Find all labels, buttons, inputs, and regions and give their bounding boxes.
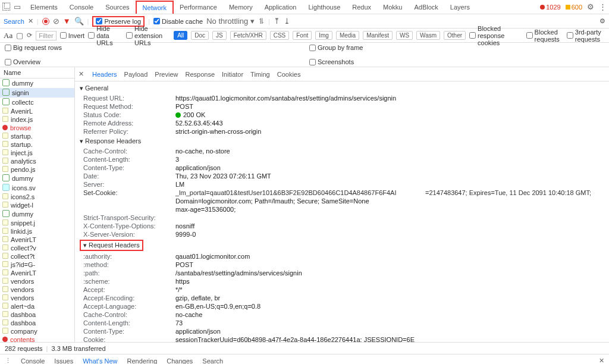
section-header[interactable]: ▾ Request Headers: [80, 240, 143, 251]
type-manifest[interactable]: Manifest: [363, 31, 393, 40]
third-party-checkbox[interactable]: 3rd-party requests: [567, 29, 605, 43]
tab-memory[interactable]: Memory: [223, 1, 259, 13]
drawer-menu-icon[interactable]: ⋮: [5, 357, 11, 364]
request-row[interactable]: startup.: [0, 140, 74, 149]
error-count[interactable]: 1029: [540, 4, 560, 11]
detail-tab-headers[interactable]: Headers: [92, 71, 117, 78]
preserve-log-checkbox[interactable]: Preserve log: [96, 18, 141, 25]
close-search-icon[interactable]: ✕: [28, 17, 33, 25]
request-row[interactable]: icons2.s: [0, 193, 74, 201]
tab-adblock[interactable]: AdBlock: [409, 1, 444, 13]
tab-mokku[interactable]: Mokku: [377, 1, 408, 13]
request-row[interactable]: dashboa: [0, 319, 74, 327]
request-row[interactable]: linkid.js: [0, 227, 74, 236]
filter-toggle-icon[interactable]: ▼: [63, 17, 71, 26]
more-icon[interactable]: ⋮: [599, 2, 607, 11]
drawer-tab-search[interactable]: Search: [202, 357, 223, 365]
tab-sources[interactable]: Sources: [99, 1, 135, 13]
request-row[interactable]: company: [0, 327, 74, 335]
group-by-frame-checkbox[interactable]: Group by frame: [309, 44, 604, 51]
request-row[interactable]: contents: [0, 335, 74, 342]
type-css[interactable]: CSS: [270, 31, 290, 40]
drawer-close-icon[interactable]: ✕: [599, 357, 604, 364]
match-case-icon[interactable]: Aa: [4, 31, 12, 40]
type-all[interactable]: All: [174, 31, 187, 40]
request-row[interactable]: collectc: [0, 98, 74, 107]
request-row[interactable]: snippet.j: [0, 219, 74, 227]
request-row[interactable]: dashboa: [0, 310, 74, 319]
drawer-tab-rendering[interactable]: Rendering: [127, 357, 158, 365]
drawer-tab-changes[interactable]: Changes: [167, 357, 193, 365]
drawer-tab-whatsnew[interactable]: What's New: [83, 357, 117, 365]
record-button[interactable]: [42, 18, 49, 25]
request-row[interactable]: AvenirLT: [0, 236, 74, 244]
search-button[interactable]: Search: [4, 18, 24, 25]
detail-tab-response[interactable]: Response: [185, 71, 215, 78]
regex-icon[interactable]: ▢: [16, 31, 23, 40]
settings-icon[interactable]: ⚙: [587, 2, 594, 11]
download-har-icon[interactable]: ⤓: [284, 17, 290, 26]
detail-tab-timing[interactable]: Timing: [250, 71, 270, 78]
tab-lighthouse[interactable]: Lighthouse: [302, 1, 346, 13]
warning-count[interactable]: 600: [566, 4, 582, 11]
request-row[interactable]: AvenirLT: [0, 269, 74, 277]
type-ws[interactable]: WS: [396, 31, 413, 40]
refresh-icon[interactable]: ⟳: [27, 32, 32, 39]
tab-elements[interactable]: Elements: [24, 1, 64, 13]
detail-tab-preview[interactable]: Preview: [155, 71, 178, 78]
tab-network[interactable]: Network: [136, 1, 174, 14]
request-row[interactable]: vendors: [0, 285, 74, 294]
request-row[interactable]: dummy: [0, 79, 74, 88]
request-row[interactable]: icons.sv: [0, 183, 74, 193]
type-img[interactable]: Img: [315, 31, 332, 40]
request-row[interactable]: signin: [0, 88, 74, 98]
close-detail-icon[interactable]: ✕: [79, 70, 84, 78]
tab-performance[interactable]: Performance: [174, 1, 223, 13]
request-row[interactable]: index.js: [0, 115, 74, 124]
request-row[interactable]: vendors: [0, 277, 74, 285]
filter-input[interactable]: Filter: [36, 31, 56, 40]
request-row[interactable]: vendors: [0, 294, 74, 302]
wifi-icon[interactable]: ⥮: [258, 17, 265, 26]
search-icon[interactable]: 🔍: [74, 17, 84, 26]
detail-tab-cookies[interactable]: Cookies: [277, 71, 301, 78]
request-row[interactable]: AvenirL: [0, 107, 74, 115]
disable-cache-checkbox[interactable]: Disable cache: [153, 18, 203, 25]
column-name[interactable]: Name: [0, 67, 74, 79]
tab-application[interactable]: Application: [259, 1, 303, 13]
request-row[interactable]: alert~da: [0, 302, 74, 310]
request-row[interactable]: inject.js: [0, 149, 74, 157]
tab-redux[interactable]: Redux: [346, 1, 377, 13]
section-header[interactable]: ▾ Response Headers: [75, 136, 609, 147]
clear-icon[interactable]: ⊘: [53, 17, 59, 26]
request-row[interactable]: js?id=G-: [0, 261, 74, 269]
request-row[interactable]: dummy: [0, 174, 74, 183]
request-row[interactable]: collect?v: [0, 244, 74, 252]
request-row[interactable]: widget-l: [0, 201, 74, 209]
type-font[interactable]: Font: [293, 31, 312, 40]
upload-har-icon[interactable]: ⤒: [274, 17, 280, 26]
network-settings-icon[interactable]: ⚙: [599, 17, 605, 25]
detail-tab-initiator[interactable]: Initiator: [222, 71, 243, 78]
big-rows-checkbox[interactable]: Big request rows: [5, 44, 300, 51]
tab-console[interactable]: Console: [64, 1, 99, 13]
throttling-select[interactable]: No throttling ▾: [206, 17, 255, 26]
overview-checkbox[interactable]: Overview: [5, 58, 300, 65]
request-row[interactable]: startup.: [0, 132, 74, 140]
request-row[interactable]: pendo.js: [0, 165, 74, 174]
device-toolbar-icon[interactable]: ▭: [14, 2, 21, 11]
section-header[interactable]: ▾ General: [75, 83, 609, 94]
blocked-requests-checkbox[interactable]: Blocked requests: [526, 29, 563, 43]
request-row[interactable]: collect?t: [0, 252, 74, 261]
detail-tab-payload[interactable]: Payload: [124, 71, 148, 78]
tab-layers[interactable]: Layers: [444, 1, 476, 13]
request-row[interactable]: dummy: [0, 209, 74, 219]
drawer-tab-console[interactable]: Console: [21, 357, 45, 365]
type-other[interactable]: Other: [444, 31, 466, 40]
screenshots-checkbox[interactable]: Screenshots: [309, 58, 604, 65]
invert-checkbox[interactable]: Invert: [60, 32, 85, 39]
request-row[interactable]: browse: [0, 124, 74, 132]
request-row[interactable]: analytics: [0, 157, 74, 165]
type-fetchxhr[interactable]: Fetch/XHR: [230, 31, 266, 40]
type-media[interactable]: Media: [336, 31, 359, 40]
